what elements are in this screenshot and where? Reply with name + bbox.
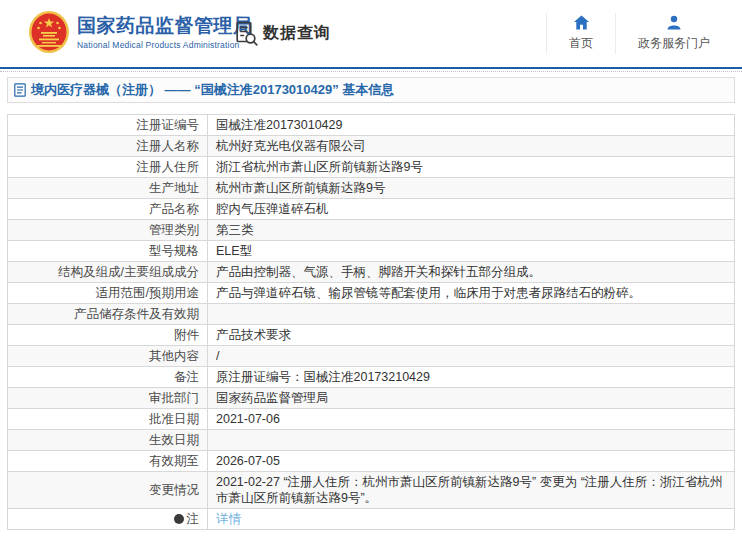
row-label: 生效日期: [8, 430, 208, 451]
row-label: 批准日期: [8, 409, 208, 430]
row-value: 2021-07-06: [208, 409, 735, 430]
breadcrumb-text: 境内医疗器械（注册） —— “国械注准20173010429” 基本信息: [31, 81, 394, 99]
nav-item-label: 政务服务门户: [638, 35, 710, 52]
table-row: 生效日期: [8, 430, 735, 451]
nav-item-label: 首页: [569, 35, 593, 52]
row-label: 审批部门: [8, 388, 208, 409]
national-emblem-icon: [28, 10, 70, 54]
row-value: ELE型: [208, 241, 735, 262]
row-label: 产品名称: [8, 199, 208, 220]
detail-link[interactable]: 详情: [216, 512, 241, 526]
row-value: 杭州好克光电仪器有限公司: [208, 136, 735, 157]
table-row: 变更情况2021-02-27 “注册人住所：杭州市萧山区所前镇新达路9号” 变更…: [8, 472, 735, 509]
table-row: 型号规格ELE型: [8, 241, 735, 262]
nav-item-home[interactable]: 首页: [546, 13, 615, 54]
table-row: 注详情: [8, 509, 735, 530]
row-value: 浙江省杭州市萧山区所前镇新达路9号: [208, 157, 735, 178]
row-label: 型号规格: [8, 241, 208, 262]
table-row: 附件产品技术要求: [8, 325, 735, 346]
document-search-icon: [236, 21, 259, 46]
row-value: /: [208, 346, 735, 367]
table-row: 注册人住所浙江省杭州市萧山区所前镇新达路9号: [8, 157, 735, 178]
row-value: 2021-02-27 “注册人住所：杭州市萧山区所前镇新达路9号” 变更为 “注…: [208, 472, 735, 509]
row-label: 变更情况: [8, 472, 208, 509]
row-label: 其他内容: [8, 346, 208, 367]
row-value: 产品与弹道碎石镜、输尿管镜等配套使用，临床用于对患者尿路结石的粉碎。: [208, 283, 735, 304]
note-icon: [174, 514, 184, 524]
row-label: 生产地址: [8, 178, 208, 199]
row-label: 产品储存条件及有效期: [8, 304, 208, 325]
row-value: 国家药品监督管理局: [208, 388, 735, 409]
row-value: 产品由控制器、气源、手柄、脚踏开关和探针五部分组成。: [208, 262, 735, 283]
row-label: 有效期至: [8, 451, 208, 472]
table-row: 批准日期2021-07-06: [8, 409, 735, 430]
table-row: 审批部门国家药品监督管理局: [8, 388, 735, 409]
table-row: 产品储存条件及有效期: [8, 304, 735, 325]
person-icon: [666, 15, 682, 30]
row-label: 备注: [8, 367, 208, 388]
row-label: 注册人名称: [8, 136, 208, 157]
row-label: 注册人住所: [8, 157, 208, 178]
table-row: 适用范围/预期用途产品与弹道碎石镜、输尿管镜等配套使用，临床用于对患者尿路结石的…: [8, 283, 735, 304]
table-row: 生产地址杭州市萧山区所前镇新达路9号: [8, 178, 735, 199]
table-row: 其他内容/: [8, 346, 735, 367]
table-row: 管理类别第三类: [8, 220, 735, 241]
site-header: 国家药品监督管理局 National Medical Products Admi…: [0, 0, 742, 69]
nmpa-logo[interactable]: 国家药品监督管理局 National Medical Products Admi…: [28, 10, 253, 54]
row-label: 注册证编号: [8, 115, 208, 136]
row-label: 适用范围/预期用途: [8, 283, 208, 304]
table-row: 结构及组成/主要组成成分产品由控制器、气源、手柄、脚踏开关和探针五部分组成。: [8, 262, 735, 283]
row-value: 原注册证编号：国械注准20173210429: [208, 367, 735, 388]
row-value: 详情: [208, 509, 735, 530]
row-value: 国械注准20173010429: [208, 115, 735, 136]
table-row: 注册人名称杭州好克光电仪器有限公司: [8, 136, 735, 157]
row-value: 2026-07-05: [208, 451, 735, 472]
row-label: 注: [8, 509, 208, 530]
data-query-label: 数据查询: [263, 23, 331, 44]
row-label: 结构及组成/主要组成成分: [8, 262, 208, 283]
row-value: 第三类: [208, 220, 735, 241]
breadcrumb: 境内医疗器械（注册） —— “国械注准20173010429” 基本信息: [7, 77, 735, 103]
row-label: 管理类别: [8, 220, 208, 241]
data-query-nav[interactable]: 数据查询: [236, 21, 331, 46]
row-value: 杭州市萧山区所前镇新达路9号: [208, 178, 735, 199]
top-nav: 首页 政务服务门户: [546, 13, 732, 54]
table-row: 备注原注册证编号：国械注准20173210429: [8, 367, 735, 388]
row-value: 腔内气压弹道碎石机: [208, 199, 735, 220]
info-table-body: 注册证编号国械注准20173010429注册人名称杭州好克光电仪器有限公司注册人…: [8, 115, 735, 530]
row-value: 产品技术要求: [208, 325, 735, 346]
row-value: [208, 430, 735, 451]
page-icon: [14, 83, 26, 97]
row-value: [208, 304, 735, 325]
table-row: 注册证编号国械注准20173010429: [8, 115, 735, 136]
row-label: 附件: [8, 325, 208, 346]
table-row: 有效期至2026-07-05: [8, 451, 735, 472]
nav-item-gov-portal[interactable]: 政务服务门户: [615, 13, 732, 54]
registration-info-table: 注册证编号国械注准20173010429注册人名称杭州好克光电仪器有限公司注册人…: [7, 114, 735, 530]
main-content: 境内医疗器械（注册） —— “国械注准20173010429” 基本信息 注册证…: [0, 72, 742, 530]
table-row: 产品名称腔内气压弹道碎石机: [8, 199, 735, 220]
org-name-zh: 国家药品监督管理局: [77, 15, 253, 37]
home-icon: [573, 15, 590, 30]
org-name-en: National Medical Products Administration: [77, 40, 253, 50]
